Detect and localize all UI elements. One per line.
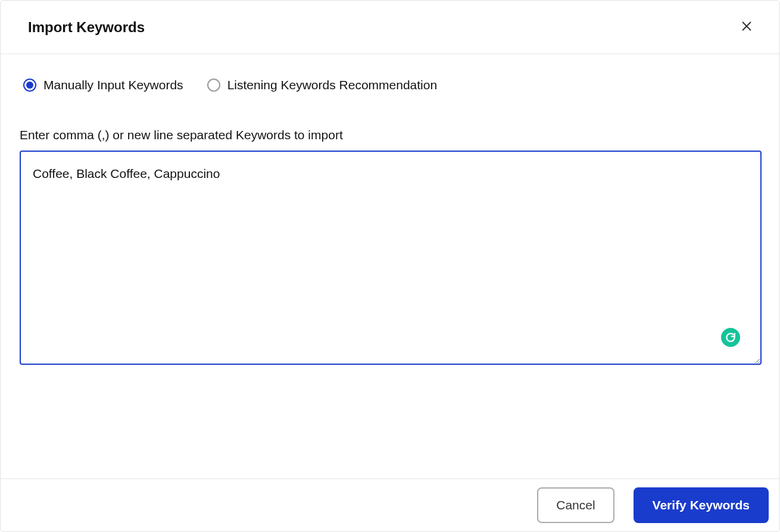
keywords-field-label: Enter comma (,) or new line separated Ke… [20,128,762,142]
radio-listening-recommendation[interactable]: Listening Keywords Recommendation [207,78,438,92]
modal-body: Manually Input Keywords Listening Keywor… [1,54,779,478]
cancel-button[interactable]: Cancel [537,487,614,523]
textarea-wrapper [20,151,762,367]
radio-unselected-icon [207,79,220,92]
input-mode-radio-group: Manually Input Keywords Listening Keywor… [20,78,762,92]
radio-manual-label: Manually Input Keywords [43,78,183,92]
close-icon [740,20,753,35]
modal-footer: Cancel Verify Keywords [1,478,779,531]
verify-keywords-button[interactable]: Verify Keywords [634,487,769,523]
radio-manual-input[interactable]: Manually Input Keywords [23,78,183,92]
radio-recommendation-label: Listening Keywords Recommendation [227,78,438,92]
modal-header: Import Keywords [1,1,779,54]
radio-selected-icon [23,79,36,92]
keywords-textarea[interactable] [20,151,762,365]
import-keywords-modal: Import Keywords Manually Input Keywords … [0,0,780,532]
modal-title: Import Keywords [28,19,145,36]
close-button[interactable] [738,17,756,37]
